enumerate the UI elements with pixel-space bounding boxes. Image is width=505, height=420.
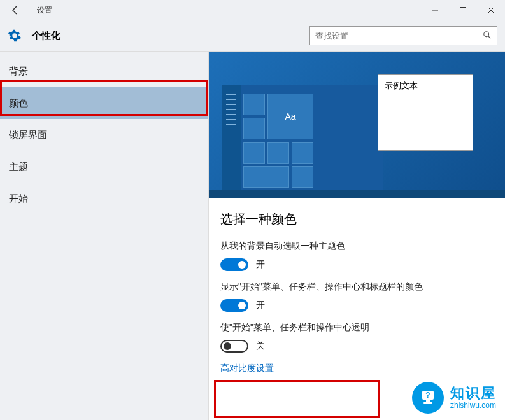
watermark-url: zhishiwu.com [450,402,496,410]
sidebar-item-background[interactable]: 背景 [0,55,208,87]
annotation-highlight-transparency [214,380,380,418]
setting-auto-color: 从我的背景自动选取一种主题色 开 [220,241,490,271]
main-area: 背景 颜色 锁屏界面 主题 开始 Aa [0,51,505,420]
setting-label: 显示"开始"菜单、任务栏、操作中心和标题栏的颜色 [220,281,490,293]
minimize-icon [431,6,439,14]
sidebar-item-lockscreen[interactable]: 锁屏界面 [0,119,208,151]
header: 个性化 [0,20,505,51]
settings-section: 选择一种颜色 从我的背景自动选取一种主题色 开 显示"开始"菜单、任务栏、操作中… [209,198,505,381]
content-pane: Aa 示例文本 选择一种颜色 从我的背景自动选取一种主题色 [208,52,505,420]
sidebar-item-label: 开始 [9,193,28,205]
preview-panel: Aa 示例文本 [209,52,505,198]
watermark: ? 知识屋 zhishiwu.com [412,382,496,414]
titlebar: 设置 [0,0,505,20]
toggle-state: 开 [256,300,265,311]
search-icon [483,31,492,41]
arrow-left-icon [10,5,20,15]
preview-sample-window: 示例文本 [378,74,473,151]
sidebar-item-label: 颜色 [9,97,28,109]
close-icon [487,6,495,14]
back-button[interactable] [5,0,25,20]
window-title: 设置 [37,5,52,16]
search-input[interactable] [315,31,483,41]
link-high-contrast[interactable]: 高对比度设置 [220,363,490,374]
setting-transparency: 使"开始"菜单、任务栏和操作中心透明 关 [220,322,490,353]
toggle-transparency[interactable] [220,340,248,353]
search-box[interactable] [309,26,497,45]
toggle-state: 关 [256,340,265,352]
svg-rect-1 [460,8,466,13]
minimize-button[interactable] [421,0,449,20]
sidebar: 背景 颜色 锁屏界面 主题 开始 [0,52,208,420]
svg-rect-5 [426,400,430,402]
sidebar-item-color[interactable]: 颜色 [0,87,208,119]
sidebar-item-label: 主题 [9,161,28,173]
sidebar-item-label: 背景 [9,66,28,78]
toggle-auto-color[interactable] [220,258,248,271]
window-controls [421,0,505,20]
svg-point-2 [484,31,489,36]
preview-taskbar [209,190,505,198]
maximize-icon [459,6,467,14]
close-button[interactable] [477,0,505,20]
gear-icon [8,29,22,43]
svg-rect-6 [423,402,432,404]
setting-show-color: 显示"开始"菜单、任务栏、操作中心和标题栏的颜色 开 [220,281,490,312]
section-title: 选择一种颜色 [220,211,490,228]
preview-start-window: Aa [222,85,383,197]
toggle-show-color[interactable] [220,299,248,312]
page-title: 个性化 [32,30,60,42]
preview-sidebar [222,85,241,197]
setting-label: 使"开始"菜单、任务栏和操作中心透明 [220,322,490,333]
sidebar-item-label: 锁屏界面 [9,129,47,141]
watermark-icon: ? [412,382,444,414]
preview-aa-label: Aa [285,111,295,122]
sidebar-item-start[interactable]: 开始 [0,183,208,214]
svg-line-3 [488,36,491,38]
sample-text: 示例文本 [385,81,418,90]
svg-text:?: ? [425,391,430,400]
watermark-title: 知识屋 [450,386,496,401]
maximize-button[interactable] [449,0,477,20]
setting-label: 从我的背景自动选取一种主题色 [220,241,490,252]
toggle-state: 开 [256,259,265,270]
sidebar-item-theme[interactable]: 主题 [0,151,208,183]
